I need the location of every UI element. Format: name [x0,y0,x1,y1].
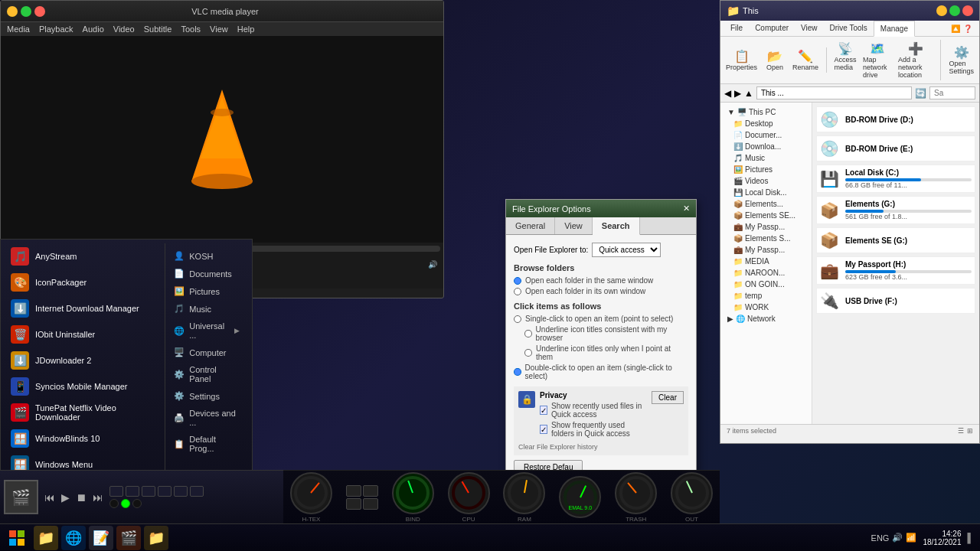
taskbar-app-folder2[interactable]: 📁 [144,526,168,550]
taskbar-start-button[interactable] [6,527,28,549]
mp-btn-6[interactable] [190,486,204,497]
feo-privacy-check1[interactable]: ✓ [540,406,547,415]
tree-item-elements-se[interactable]: 📦Elements SE... [724,210,808,221]
start-app-iconpackager[interactable]: 🎨 IconPackager [5,269,165,295]
mp-btn-1[interactable] [109,486,123,497]
tray-volume-icon[interactable]: 🔊 [892,533,903,543]
fe-minimize[interactable] [936,5,947,16]
fe-close[interactable] [962,5,973,16]
tree-item-downloads[interactable]: ⬇️Downloa... [724,141,808,152]
fe-tab-computer[interactable]: Computer [749,21,795,36]
fe-rb-open-settings[interactable]: ⚙️ Open Settings [947,44,975,77]
start-app-jdownloader[interactable]: ⬇️ JDownloader 2 [5,347,165,373]
fe-back-btn[interactable]: ◀ [724,88,731,99]
tree-item-pictures[interactable]: 🖼️Pictures [724,164,808,175]
tree-item-naroon[interactable]: 📁NAROON... [724,267,808,279]
fe-rb-access-media[interactable]: 📡 Access media [833,40,858,80]
start-right-kosh[interactable]: 👤 KOSH [169,247,244,265]
fe-forward-btn[interactable]: ▶ [734,88,741,99]
drive-item-elements-g[interactable]: 📦 Elements (G:) 561 GB free of 1.8... [816,196,975,224]
feo-close[interactable]: ✕ [683,204,690,214]
fe-maximize[interactable] [949,5,960,16]
start-right-computer[interactable]: 🖥️ Computer [169,344,244,361]
fe-rb-open[interactable]: 📂 Open [763,47,787,73]
feo-click-radio2[interactable] [514,368,521,376]
meter-btn-2[interactable] [363,485,378,497]
meter-btn-1[interactable] [346,485,361,497]
taskbar-app-notepad[interactable]: 📝 [89,526,113,550]
feo-click-radio1a[interactable] [524,330,532,337]
tree-item-network[interactable]: ▶ 🌐 Network [724,313,808,324]
tree-item-elements[interactable]: 📦Elements... [724,198,808,210]
fe-rb-map-drive[interactable]: 🗺️ Map network drive [861,40,893,80]
fe-rb-rename[interactable]: ✏️ Rename [791,47,820,73]
start-app-anystream[interactable]: 🎵 AnyStream [5,243,165,269]
fe-rb-add-location[interactable]: ➕ Add a network location [897,40,935,80]
tree-item-desktop[interactable]: 📁Desktop [724,118,808,129]
drive-item-usb-f[interactable]: 🔌 USB Drive (F:) [816,288,975,314]
fe-tab-manage[interactable]: Manage [874,21,915,37]
feo-click-radio1[interactable] [514,315,521,323]
mp-next[interactable]: ⏭ [93,491,103,504]
start-right-control-panel[interactable]: ⚙️ Control Panel [169,361,244,387]
feo-browse-radio2[interactable] [514,288,521,295]
tree-item-my-passport1[interactable]: 💼My Passp... [724,221,808,233]
fe-tab-drive-tools[interactable]: Drive Tools [824,21,874,36]
tree-item-my-passport2[interactable]: 💼My Passp... [724,244,808,256]
taskbar-app-edge[interactable]: 🌐 [61,526,86,550]
fe-rb-properties[interactable]: 📋 Properties [724,47,759,73]
fe-up-btn[interactable]: ▲ [744,88,753,99]
vlc-menu-video[interactable]: Video [113,24,135,34]
start-right-pictures[interactable]: 🖼️ Pictures [169,282,244,300]
feo-privacy-check2[interactable]: ✓ [540,425,547,434]
mp-btn-2[interactable] [126,486,139,497]
vlc-maximize[interactable] [21,6,31,17]
tree-item-music[interactable]: 🎵Music [724,152,808,164]
fe-search-input[interactable] [929,86,975,99]
start-right-documents[interactable]: 📄 Documents [169,265,244,282]
taskbar-app-vlc-tray[interactable]: 🎬 [116,526,141,550]
vlc-volume[interactable]: 🔊 [428,260,437,269]
tree-item-work[interactable]: 📁WORK [724,302,808,313]
tree-item-local-disk[interactable]: 💾Local Disk... [724,187,808,198]
mp-prev[interactable]: ⏮ [44,491,55,504]
fe-address-input[interactable] [756,86,912,99]
meter-btn-4[interactable] [363,498,378,510]
vlc-menu-media[interactable]: Media [7,24,30,34]
vlc-menu-help[interactable]: Help [237,24,255,34]
mp-stop[interactable]: ⏹ [76,491,87,504]
feo-browse-radio1[interactable] [514,277,521,285]
feo-tab-general[interactable]: General [506,217,555,234]
tree-item-media[interactable]: 📁MEDIA [724,256,808,267]
feo-clear-button[interactable]: Clear [652,391,684,404]
mp-btn-3[interactable] [142,486,155,497]
mp-btn-5[interactable] [174,486,188,497]
tree-item-temp[interactable]: 📁temp [724,290,808,302]
fe-tab-file[interactable]: File [724,21,749,36]
fe-ribbon-help[interactable]: ❓ [963,24,972,33]
feo-tab-search[interactable]: Search [593,217,640,235]
mp-btn-4[interactable] [158,486,172,497]
drive-item-bd-rom-d[interactable]: 💿 BD-ROM Drive (D:) [816,106,975,132]
vlc-menu-audio[interactable]: Audio [83,24,104,34]
meter-btn-3[interactable] [346,498,361,510]
drive-item-elements-se[interactable]: 📦 Elements SE (G:) [816,227,975,253]
start-app-iobit[interactable]: 🗑️ IObit Uninstaller [5,321,165,347]
start-app-idm[interactable]: ⬇️ Internet Download Manager [5,295,165,321]
vlc-menu-subtitle[interactable]: Subtitle [144,24,172,34]
start-app-syncios[interactable]: 📱 Syncios Mobile Manager [5,373,165,399]
start-app-tunepat[interactable]: 🎬 TunePat Netflix Video Downloader [5,399,165,425]
vlc-minimize[interactable] [7,6,18,17]
vlc-menu-tools[interactable]: Tools [181,24,201,34]
vlc-close[interactable] [34,6,45,17]
start-right-universal[interactable]: 🌐 Universal ... ▶ [169,318,244,344]
tree-item-this-pc[interactable]: ▼ 🖥️ This PC [724,106,808,118]
vlc-menu-view[interactable]: View [210,24,228,34]
taskbar-clock[interactable]: 14:26 18/12/2021 [923,530,961,546]
fe-tile-view-btn[interactable]: ⊞ [967,427,973,435]
taskbar-app-folder[interactable]: 📁 [34,526,58,550]
tree-item-videos[interactable]: 🎬Videos [724,175,808,187]
drive-item-passport-h[interactable]: 💼 My Passport (H:) 623 GB free of 3.6... [816,256,975,285]
feo-open-to-select[interactable]: Quick access [592,243,661,257]
drive-item-local-c[interactable]: 💾 Local Disk (C:) 66.8 GB free of 11... [816,165,975,193]
